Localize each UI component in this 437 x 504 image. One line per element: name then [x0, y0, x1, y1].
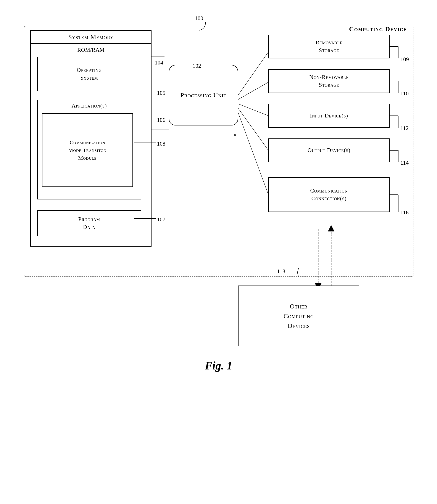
ref-110: 110	[400, 90, 409, 97]
input-device-box: Input Device(s)	[268, 104, 390, 128]
input-device-label: Input Device(s)	[310, 112, 348, 120]
ref-107: 107	[157, 216, 165, 223]
small-circle	[234, 134, 236, 136]
rom-ram-label: ROM/RAM	[31, 45, 151, 55]
ref-109: 109	[400, 56, 409, 63]
os-box: OperatingSystem	[37, 57, 141, 91]
other-computing-box: OtherComputingDevices	[238, 286, 359, 346]
apps-box: Application(s) CommunicationMode Transit…	[37, 100, 141, 199]
other-computing-label: OtherComputingDevices	[284, 301, 314, 330]
ref-100: 100	[195, 15, 203, 22]
processing-unit-box: Processing Unit	[169, 65, 238, 126]
communication-connection-label: CommunicationConnection(s)	[310, 187, 348, 203]
processing-unit-label: Processing Unit	[180, 91, 227, 100]
ref-105: 105	[157, 90, 165, 96]
os-label: OperatingSystem	[77, 66, 102, 82]
non-removable-storage-label: Non-RemovableStorage	[309, 73, 348, 89]
removable-storage-label: RemovableStorage	[316, 39, 342, 55]
apps-label: Application(s)	[38, 103, 141, 109]
program-data-label: ProgramData	[78, 215, 100, 231]
fig-label: Fig. 1	[205, 359, 232, 372]
comm-module-label: CommunicationMode TransitonModule	[68, 138, 107, 162]
ref-108: 108	[157, 141, 165, 147]
ref-104: 104	[155, 59, 163, 66]
system-memory-label: System Memory	[31, 31, 151, 44]
ref-106: 106	[157, 117, 165, 123]
output-device-label: Output Device(s)	[308, 146, 350, 154]
ref-102: 102	[193, 63, 201, 69]
ref-118: 118	[277, 268, 285, 275]
non-removable-storage-box: Non-RemovableStorage	[268, 69, 390, 93]
system-memory-box: System Memory ROM/RAM OperatingSystem Ap…	[30, 30, 151, 247]
output-device-box: Output Device(s)	[268, 138, 390, 162]
ref-114: 114	[400, 160, 409, 166]
ref-112: 112	[400, 125, 409, 132]
ref-116: 116	[400, 209, 409, 216]
computing-device-label: Computing Device	[348, 25, 409, 33]
program-data-box: ProgramData	[37, 210, 141, 236]
comm-module-box: CommunicationMode TransitonModule	[42, 113, 133, 187]
communication-connection-box: CommunicationConnection(s)	[268, 177, 390, 212]
removable-storage-box: RemovableStorage	[268, 35, 390, 58]
